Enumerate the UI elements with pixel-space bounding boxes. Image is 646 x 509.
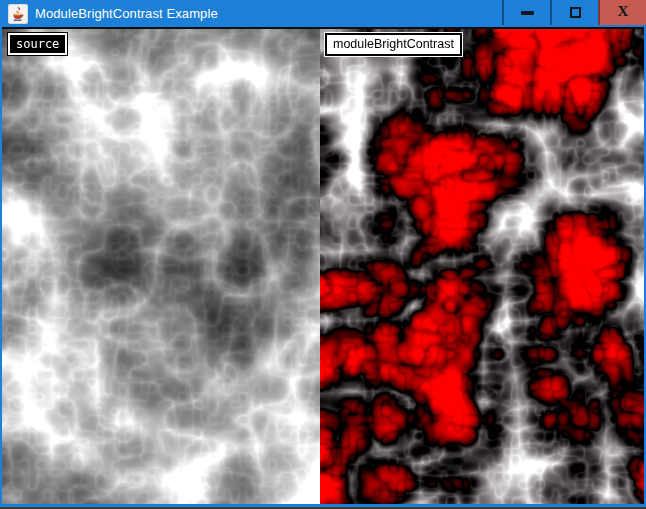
- modulebrightcontrast-panel: moduleBrightContrast: [320, 29, 644, 504]
- caption-buttons: X: [502, 0, 646, 25]
- modulebrightcontrast-image: [320, 29, 644, 504]
- source-label: source: [8, 33, 67, 55]
- source-image: [2, 29, 320, 504]
- window-titlebar[interactable]: ModuleBrightContrast Example X: [0, 0, 646, 27]
- maximize-button[interactable]: [550, 0, 598, 25]
- java-coffee-cup-icon: [10, 6, 26, 22]
- image-content-area: source moduleBrightContrast: [2, 27, 644, 504]
- maximize-icon: [570, 7, 581, 18]
- window-title: ModuleBrightContrast Example: [35, 0, 218, 27]
- close-button[interactable]: X: [598, 0, 646, 25]
- minimize-icon: [521, 11, 534, 15]
- modulebrightcontrast-label: moduleBrightContrast: [325, 33, 462, 56]
- app-window: ModuleBrightContrast Example X source mo…: [0, 0, 646, 507]
- minimize-button[interactable]: [502, 0, 550, 25]
- close-icon: X: [618, 4, 629, 19]
- source-panel: source: [2, 29, 320, 504]
- java-app-icon[interactable]: [8, 4, 28, 24]
